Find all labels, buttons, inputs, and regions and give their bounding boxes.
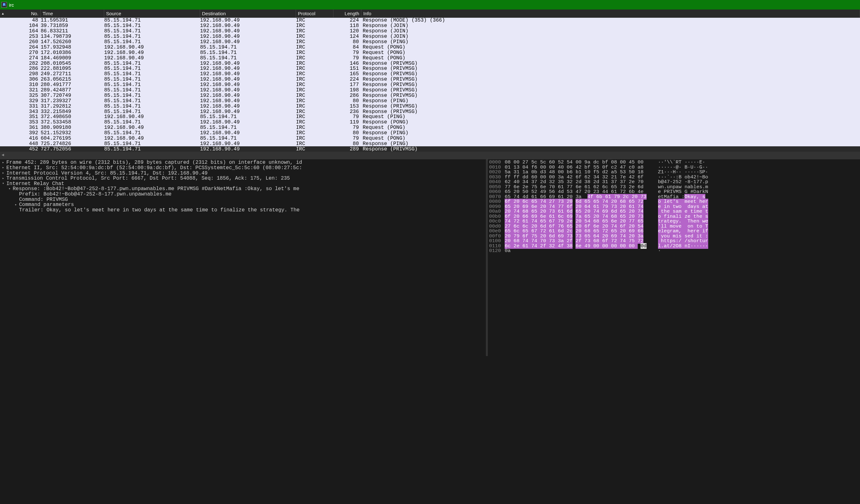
tree-item[interactable]: ▸Ethernet II, Src: 52:54:00:9a:dc:bf (52…	[0, 165, 486, 171]
vertical-splitter[interactable]: ⋮	[486, 159, 488, 356]
column-label: Destination	[202, 11, 226, 16]
packet-row[interactable]: 10439.73185985.15.194.71192.168.90.49IRC…	[0, 23, 860, 29]
disclosure-triangle-icon[interactable]: ▸	[0, 172, 6, 175]
tree-item-label: Command: PRIVMSG	[19, 197, 68, 203]
scroll-left-icon[interactable]: ◀	[0, 152, 6, 158]
column-label: Length	[345, 11, 359, 16]
packet-row[interactable]: 353372.53345885.15.194.71192.168.90.49IR…	[0, 120, 860, 125]
packet-details-tree[interactable]: ▸Frame 452: 289 bytes on wire (2312 bits…	[0, 159, 486, 356]
grip-icon: ⋮	[486, 158, 488, 161]
packet-row[interactable]: 452727.75205685.15.194.71192.168.90.49IR…	[0, 146, 860, 152]
sort-indicator-icon: ▲	[1, 12, 4, 15]
grip-icon: ⋯⋯	[606, 158, 612, 161]
column-label: Time	[43, 11, 53, 16]
tree-item[interactable]: ···Command: PRIVMSG	[0, 197, 486, 203]
hex-ascii-column[interactable]: ··'\\`RT ·····E·······@· B·U··G··Z1···H·…	[658, 160, 708, 355]
disclosure-triangle-icon[interactable]: ▸	[0, 161, 6, 164]
disclosure-triangle-icon[interactable]: ▸	[0, 177, 6, 180]
tree-item-label: Prefix: Bob42!~Bob@47-252-8-177.pwn.unpa…	[19, 192, 172, 197]
packet-row[interactable]: 392521.15293285.15.194.71192.168.90.49IR…	[0, 131, 860, 136]
packet-row[interactable]: 416604.276195192.168.90.4985.15.194.71IR…	[0, 136, 860, 141]
column-header-no[interactable]: ▲No.	[0, 10, 41, 17]
packet-row[interactable]: 4811.59539185.15.194.71192.168.90.49IRC2…	[0, 18, 860, 23]
packet-row[interactable]: 298249.27271185.15.194.71192.168.90.49IR…	[0, 71, 860, 77]
packet-row[interactable]: 310280.49177785.15.194.71192.168.90.49IR…	[0, 82, 860, 88]
tree-item[interactable]: ···Prefix: Bob42!~Bob@47-252-8-177.pwn.u…	[0, 192, 486, 197]
packet-row[interactable]: 260147.52626085.15.194.71192.168.90.49IR…	[0, 39, 860, 45]
column-header-info[interactable]: Info	[361, 10, 860, 17]
tree-item-label: Command parameters	[19, 202, 74, 208]
tree-item-label: Internet Protocol Version 4, Src: 85.15.…	[6, 171, 208, 176]
tree-item[interactable]: ▾Internet Relay Chat	[0, 181, 486, 187]
packet-bytes-pane[interactable]: 0000001000200030004000500060007000800090…	[488, 159, 860, 356]
packet-row[interactable]: 329317.23932785.15.194.71192.168.90.49IR…	[0, 98, 860, 103]
column-label: Source	[106, 11, 121, 16]
packet-row[interactable]: 331317.29281285.15.194.71192.168.90.49IR…	[0, 103, 860, 109]
tree-item-label: Transmission Control Protocol, Src Port:…	[6, 176, 290, 181]
packet-row[interactable]: 361380.909180192.168.90.4985.15.194.71IR…	[0, 125, 860, 131]
tree-item[interactable]: ▸Frame 452: 289 bytes on wire (2312 bits…	[0, 160, 486, 165]
packet-row[interactable]: 282208.01054585.15.194.71192.168.90.49IR…	[0, 61, 860, 66]
packet-list-header[interactable]: ▲No. Time Source Destination Protocol Le…	[0, 10, 860, 18]
tree-item-label: Internet Relay Chat	[6, 181, 64, 187]
packet-row[interactable]: 274184.469009192.168.90.4985.15.194.71IR…	[0, 55, 860, 61]
column-header-destination[interactable]: Destination	[200, 10, 296, 17]
column-header-protocol[interactable]: Protocol	[296, 10, 333, 17]
hex-bytes-column[interactable]: 08 00 27 5c 5c 60 52 54 00 9a dc bf 08 0…	[505, 160, 647, 355]
column-header-length[interactable]: Length	[333, 10, 361, 17]
tree-item-label: Ethernet II, Src: 52:54:00:9a:dc:bf (52:…	[6, 165, 302, 171]
packet-row[interactable]: 16486.83321185.15.194.71192.168.90.49IRC…	[0, 29, 860, 34]
packet-row[interactable]: 286222.88109585.15.194.71192.168.90.49IR…	[0, 66, 860, 71]
tree-item[interactable]: ▸Transmission Control Protocol, Src Port…	[0, 176, 486, 181]
packet-row[interactable]: 351372.498650192.168.90.4985.15.194.71IR…	[0, 114, 860, 120]
disclosure-triangle-icon[interactable]: ▾	[6, 187, 13, 191]
bookmark-icon[interactable]	[1, 2, 7, 8]
tree-item[interactable]: ·▾Response: :Bob42!~Bob@47-252-8-177.pwn…	[0, 186, 486, 192]
display-filter-text[interactable]: irc	[9, 2, 14, 8]
tree-item[interactable]: ···Trailer: Okay, so let's meet here in …	[0, 208, 486, 213]
packet-list[interactable]: 4811.59539185.15.194.71192.168.90.49IRC2…	[0, 18, 860, 152]
column-header-source[interactable]: Source	[104, 10, 200, 17]
column-label: Info	[363, 11, 371, 16]
tree-item[interactable]: ▸Internet Protocol Version 4, Src: 85.15…	[0, 171, 486, 176]
disclosure-triangle-icon[interactable]: ▸	[0, 166, 6, 169]
horizontal-scrollbar[interactable]: ◀	[0, 152, 860, 158]
column-header-time[interactable]: Time	[41, 10, 104, 17]
display-filter-bar[interactable]: irc	[0, 0, 860, 10]
disclosure-triangle-icon[interactable]: ▾	[0, 182, 6, 186]
disclosure-triangle-icon[interactable]: ▸	[13, 203, 19, 207]
column-label: No.	[31, 11, 39, 16]
tree-item[interactable]: ··▸Command parameters	[0, 202, 486, 208]
column-label: Protocol	[298, 11, 315, 16]
packet-row[interactable]: 253134.79873985.15.194.71192.168.90.49IR…	[0, 34, 860, 39]
packet-row[interactable]: 321289.42487785.15.194.71192.168.90.49IR…	[0, 88, 860, 93]
tree-item-label: Response: :Bob42!~Bob@47-252-8-177.pwn.u…	[13, 186, 300, 192]
packet-row[interactable]: 448725.27482685.15.194.71192.168.90.49IR…	[0, 141, 860, 146]
tree-item-label: Frame 452: 289 bytes on wire (2312 bits)…	[6, 160, 302, 165]
packet-row[interactable]: 343332.21584985.15.194.71192.168.90.49IR…	[0, 109, 860, 114]
horizontal-splitter[interactable]: ⋯⋯	[0, 158, 860, 159]
tree-item-label: Trailer: Okay, so let's meet here in two…	[19, 208, 300, 213]
packet-row[interactable]: 264157.932948192.168.90.4985.15.194.71IR…	[0, 44, 860, 50]
hex-offsets-column: 0000001000200030004000500060007000800090…	[489, 160, 501, 355]
packet-row[interactable]: 306263.05621585.15.194.71192.168.90.49IR…	[0, 77, 860, 82]
packet-row[interactable]: 270172.010386192.168.90.4985.15.194.71IR…	[0, 50, 860, 55]
packet-row[interactable]: 325307.72074985.15.194.71192.168.90.49IR…	[0, 93, 860, 98]
